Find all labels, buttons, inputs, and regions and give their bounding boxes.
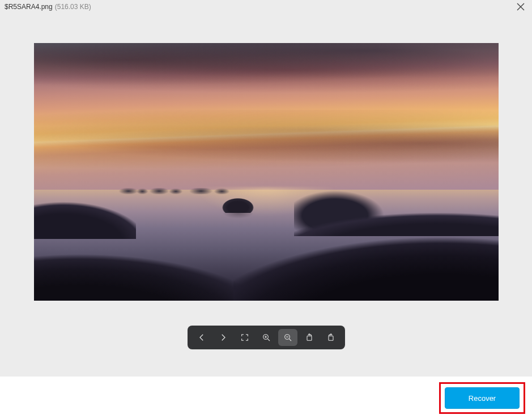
file-size: (516.03 KB) — [55, 3, 91, 11]
rotate-ccw-button[interactable] — [321, 329, 341, 346]
fullscreen-icon — [240, 333, 249, 342]
recover-button[interactable]: Recover — [445, 387, 520, 409]
fullscreen-button[interactable] — [235, 329, 254, 346]
svg-rect-10 — [329, 336, 333, 340]
svg-rect-9 — [307, 336, 312, 340]
zoom-out-icon — [283, 333, 292, 342]
recover-button-label: Recover — [469, 394, 496, 403]
rotate-cw-icon — [305, 333, 314, 342]
svg-line-3 — [267, 339, 270, 341]
close-icon — [517, 3, 525, 11]
viewer-area: $R5SARA4.png (516.03 KB) — [0, 0, 532, 377]
prev-button[interactable] — [192, 329, 211, 346]
next-button[interactable] — [214, 329, 233, 346]
svg-line-7 — [289, 339, 291, 341]
close-button[interactable] — [515, 1, 526, 12]
preview-image — [34, 43, 499, 301]
zoom-in-icon — [262, 333, 271, 342]
file-name: $R5SARA4.png — [5, 3, 53, 11]
recover-highlight: Recover — [439, 382, 525, 414]
rotate-ccw-icon — [326, 333, 335, 342]
title-bar: $R5SARA4.png (516.03 KB) — [0, 0, 532, 14]
image-toolbar — [188, 326, 345, 349]
zoom-out-button[interactable] — [278, 329, 297, 346]
chevron-left-icon — [197, 332, 207, 343]
zoom-in-button[interactable] — [257, 329, 276, 346]
image-stage — [0, 14, 532, 377]
rotate-cw-button[interactable] — [300, 329, 319, 346]
chevron-right-icon — [218, 332, 228, 343]
footer-bar: Recover — [0, 377, 532, 419]
